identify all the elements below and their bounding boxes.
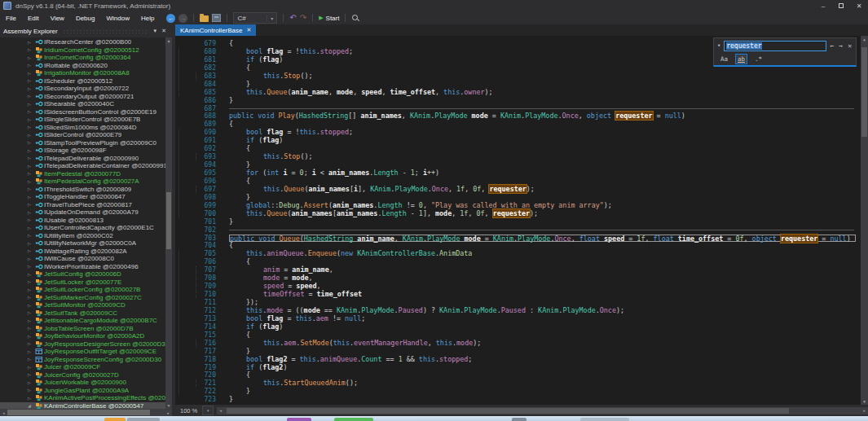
- scroll-left-icon[interactable]: ◂: [0, 410, 7, 415]
- expander-collapsed-icon[interactable]: ▷: [28, 287, 35, 292]
- expander-collapsed-icon[interactable]: ▷: [28, 171, 35, 176]
- scroll-left-icon[interactable]: ◂: [217, 408, 224, 413]
- expander-collapsed-icon[interactable]: ▷: [28, 179, 35, 184]
- tree-item-irrigationmonitor[interactable]: ▷IrrigationMonitor @020008A8: [0, 69, 165, 77]
- find-options-chevron-icon[interactable]: ▾: [717, 42, 720, 49]
- expander-collapsed-icon[interactable]: ▷: [28, 334, 35, 339]
- undo-icon[interactable]: ↶: [289, 14, 296, 22]
- expander-collapsed-icon[interactable]: ▷: [28, 264, 35, 269]
- tree-item-juicerworkable[interactable]: ▷JuicerWorkable @02000900: [0, 379, 165, 387]
- tree-item-jobstablescreen[interactable]: ▷JobsTableScreen @02000D7B: [0, 325, 165, 333]
- tree-item-jetsuitlockerconfig[interactable]: ▷JetSuitLockerConfig @0200027B: [0, 286, 165, 294]
- tree-item-itempedestalconfig[interactable]: ▷ItemPedestalConfig @0200027A: [0, 178, 165, 186]
- expander-collapsed-icon[interactable]: ▷: [28, 326, 35, 331]
- scroll-down-icon[interactable]: ▼: [861, 398, 868, 405]
- language-select[interactable]: C# ▾: [233, 12, 277, 24]
- tree-item-isecondaryoutput[interactable]: ▷ISecondaryOutput @02000721: [0, 93, 165, 101]
- menu-item-edit[interactable]: Edit: [22, 13, 45, 24]
- explorer-vertical-scrollbar[interactable]: ▲ ▼: [165, 37, 172, 409]
- tab-close-icon[interactable]: ✕: [246, 27, 251, 33]
- code-area[interactable]: 679{680bool flag = !this.stopped;681if (…: [175, 36, 868, 405]
- menu-item-debug[interactable]: Debug: [70, 13, 101, 24]
- scroll-right-icon[interactable]: ▸: [165, 410, 172, 415]
- whole-word-toggle[interactable]: ab: [735, 54, 747, 64]
- expander-collapsed-icon[interactable]: ▷: [28, 78, 35, 83]
- zoom-dropdown-icon[interactable]: ▾: [202, 406, 214, 415]
- expander-collapsed-icon[interactable]: ▷: [28, 94, 35, 99]
- explorer-horizontal-scrollbar[interactable]: ◂ ▸: [0, 409, 172, 416]
- match-case-toggle[interactable]: Aa: [719, 55, 729, 64]
- navigate-back-icon[interactable]: ←: [166, 14, 175, 23]
- expander-collapsed-icon[interactable]: ▷: [28, 102, 35, 107]
- tree-item-iusercontrolledcapacity[interactable]: ▷IUserControlledCapacity @02000E1C: [0, 224, 165, 232]
- expander-collapsed-icon[interactable]: ▷: [28, 303, 35, 308]
- tree-item-itogglehandler[interactable]: ▷IToggleHandler @02000647: [0, 193, 165, 201]
- scrollbar-thumb[interactable]: [166, 192, 171, 249]
- expander-collapsed-icon[interactable]: ▷: [28, 202, 35, 207]
- tree-item-jetsuitlocker[interactable]: ▷JetSuitLocker @0200077E: [0, 278, 165, 287]
- tree-item-ischeduler[interactable]: ▷IScheduler @02000512: [0, 77, 165, 86]
- expander-collapsed-icon[interactable]: ▷: [28, 117, 35, 122]
- restore-button[interactable]: [832, 0, 850, 11]
- expander-collapsed-icon[interactable]: ▷: [28, 396, 35, 401]
- expander-collapsed-icon[interactable]: ▷: [28, 372, 35, 377]
- expander-collapsed-icon[interactable]: ▷: [28, 40, 35, 45]
- expander-collapsed-icon[interactable]: ▷: [28, 63, 35, 68]
- expander-collapsed-icon[interactable]: ▷: [28, 349, 35, 354]
- tree-item-kanimcontrollerbase[interactable]: ◢KAnimControllerBase @02000547: [0, 402, 165, 410]
- tree-item-iusable[interactable]: ▷IUsable @02000813: [0, 217, 165, 225]
- expander-collapsed-icon[interactable]: ▷: [28, 241, 35, 246]
- tree-item-juicerconfig[interactable]: ▷JuicerConfig @0200027D: [0, 371, 165, 379]
- open-file-icon[interactable]: [200, 15, 209, 22]
- minimize-button[interactable]: –: [814, 0, 832, 11]
- scrollbar-thumb[interactable]: [861, 47, 867, 137]
- find-close-icon[interactable]: ✕: [847, 42, 853, 50]
- redo-icon[interactable]: ↷: [300, 14, 306, 22]
- scroll-down-icon[interactable]: ▼: [165, 402, 172, 409]
- scroll-right-icon[interactable]: ▸: [861, 408, 868, 413]
- scroll-up-icon[interactable]: ▲: [165, 37, 172, 44]
- tree-item-iwattagerating[interactable]: ▷IWattageRating @0200082A: [0, 248, 165, 256]
- tree-item-iupdateondemand[interactable]: ▷IUpdateOnDemand @02000A79: [0, 208, 165, 217]
- expander-collapsed-icon[interactable]: ▷: [28, 140, 35, 145]
- expander-collapsed-icon[interactable]: ▷: [28, 365, 35, 370]
- tree-item-jetsuitmarkerconfig[interactable]: ▷JetSuitMarkerConfig @0200027C: [0, 294, 165, 302]
- tree-item-isingleslidercontrol[interactable]: ▷ISingleSliderControl @02000E7B: [0, 116, 165, 124]
- tree-item-jetsuitconfig[interactable]: ▷JetSuitConfig @0200006D: [0, 270, 165, 278]
- expander-collapsed-icon[interactable]: ▷: [28, 388, 35, 392]
- menu-item-view[interactable]: View: [45, 13, 70, 24]
- tree-item-iutilitynetworkmgr[interactable]: ▷IUtilityNetworkMgr @02000C0A: [0, 239, 165, 248]
- tree-item-islidercontrol[interactable]: ▷ISliderControl @02000E79: [0, 131, 165, 139]
- windows-taskbar[interactable]: [0, 416, 868, 421]
- search-icon[interactable]: [351, 14, 359, 22]
- expander-collapsed-icon[interactable]: ▷: [28, 233, 35, 238]
- expander-collapsed-icon[interactable]: ▷: [28, 257, 35, 261]
- editor-horizontal-scrollbar[interactable]: ◂ ▸: [217, 407, 868, 414]
- tree-item-isecondaryinput[interactable]: ▷ISecondaryInput @02000722: [0, 85, 165, 93]
- tree-item-iutilityitem[interactable]: ▷IUtilityItem @02000C02: [0, 232, 165, 240]
- tree-item-joybehaviourmonitor[interactable]: ▷JoyBehaviourMonitor @02000A2D: [0, 332, 165, 340]
- menu-item-file[interactable]: File: [0, 13, 22, 24]
- tree-item-joyresponsescreenconfig[interactable]: ▷JoyResponseScreenConfig @02000D30: [0, 356, 165, 364]
- expander-collapsed-icon[interactable]: ▷: [28, 318, 35, 323]
- tree-item-ishearable[interactable]: ▷IShearable @0200040C: [0, 100, 165, 108]
- tree-item-jetsuittank[interactable]: ▷JetSuitTank @020009CC: [0, 309, 165, 318]
- tree-item-istamptoolpreviewplugin[interactable]: ▷IStampToolPreviewPlugin @020009C0: [0, 139, 165, 147]
- tree-item-islicedsim1000ms[interactable]: ▷ISlicedSim1000ms @0200084D: [0, 124, 165, 132]
- panel-close-icon[interactable]: ✕: [159, 28, 169, 34]
- tree-item-iresearchcenter[interactable]: ▷IResearchCenter @02000B00: [0, 38, 165, 46]
- zoom-level[interactable]: 100 %: [175, 407, 202, 414]
- tree-item-itelepaddeliverable[interactable]: ▷ITelepadDeliverable @02000990: [0, 155, 165, 163]
- tree-item-iworkerprioritizable[interactable]: ▷IWorkerPrioritizable @02000496: [0, 263, 165, 271]
- scrollbar-thumb[interactable]: [7, 410, 150, 415]
- expander-collapsed-icon[interactable]: ▷: [28, 217, 35, 222]
- tree-item-jetsuitmonitor[interactable]: ▷JetSuitMonitor @020009CD: [0, 301, 165, 309]
- expander-collapsed-icon[interactable]: ▷: [28, 109, 35, 114]
- expander-collapsed-icon[interactable]: ▷: [28, 248, 35, 253]
- find-input[interactable]: requester: [724, 41, 826, 51]
- save-all-icon[interactable]: [212, 14, 221, 22]
- scrollbar-thumb[interactable]: [227, 408, 789, 414]
- taskbar-app-icon[interactable]: [512, 418, 527, 421]
- find-previous-icon[interactable]: ←: [830, 42, 835, 50]
- tree-item-joyresponsedesignerscreen[interactable]: ▷JoyResponseDesignerScreen @02000D31: [0, 340, 165, 349]
